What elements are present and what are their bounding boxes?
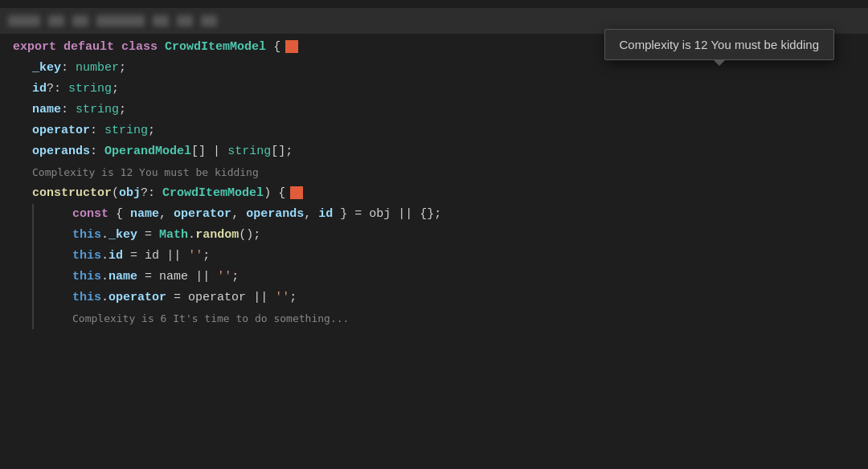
- toolbar-item-5: [153, 15, 169, 27]
- complexity-icon-2: [290, 186, 303, 199]
- kw-class: class: [121, 37, 158, 58]
- destr-id: id: [318, 204, 333, 225]
- code-area: export default class CrowdItemModel { _k…: [0, 37, 868, 329]
- prop-key: _key: [32, 58, 61, 79]
- prop-this-id: id: [108, 246, 123, 267]
- kw-this-1: this: [72, 225, 101, 246]
- type-number: number: [76, 58, 119, 79]
- code-line-5: operator: string;: [13, 120, 868, 141]
- kw-this-3: this: [72, 267, 101, 288]
- complexity-comment-1: Complexity is 12 You must be kidding: [13, 162, 868, 183]
- str-empty-2: '': [217, 267, 231, 288]
- prop-this-key: _key: [108, 225, 137, 246]
- kw-const: const: [72, 204, 108, 225]
- code-line-4: name: string;: [13, 100, 868, 120]
- prop-operands: operands: [32, 141, 90, 162]
- toolbar-item-6: [177, 15, 193, 27]
- param-obj: obj: [119, 183, 141, 204]
- complexity-icon-1: [285, 40, 298, 53]
- complexity-tooltip: Complexity is 12 You must be kidding: [604, 29, 834, 60]
- destr-operator: operator: [174, 204, 231, 225]
- complexity-comment-2: Complexity is 6 It's time to do somethin…: [32, 308, 868, 329]
- code-line-9: const { name, operator, operands, id } =…: [32, 204, 868, 225]
- kw-export: export: [13, 37, 56, 58]
- toolbar-item-1: [8, 15, 40, 27]
- kw-default: default: [63, 37, 114, 58]
- class-name: CrowdItemModel: [165, 37, 266, 58]
- prop-name: name: [32, 100, 61, 120]
- code-line-2: _key: number;: [13, 58, 868, 79]
- type-string-name: string: [76, 100, 119, 120]
- tooltip-text: Complexity is 12 You must be kidding: [620, 38, 819, 51]
- type-string-arr: string: [227, 141, 271, 162]
- toolbar-item-2: [48, 15, 64, 27]
- param-type: CrowdItemModel: [162, 183, 264, 204]
- destr-name: name: [130, 204, 159, 225]
- code-line-10: this._key = Math.random();: [32, 225, 868, 246]
- toolbar-item-4: [96, 15, 145, 27]
- prop-operator: operator: [32, 120, 90, 141]
- prop-this-name: name: [108, 267, 137, 288]
- code-line-3: id?: string;: [13, 79, 868, 100]
- complexity-warn-text-1: Complexity is 12 You must be kidding: [32, 162, 259, 183]
- code-line-11: this.id = id || '';: [32, 246, 868, 267]
- editor: Complexity is 12 You must be kidding exp…: [0, 0, 868, 469]
- complexity-warn-text-2: Complexity is 6 It's time to do somethin…: [72, 308, 349, 329]
- destr-operands: operands: [246, 204, 304, 225]
- toolbar-item-7: [201, 15, 217, 27]
- code-line-8: constructor(obj?: CrowdItemModel) {: [13, 183, 868, 204]
- code-line-13: this.operator = operator || '';: [32, 288, 868, 308]
- code-line-12: this.name = name || '';: [32, 267, 868, 288]
- str-empty-3: '': [275, 288, 289, 308]
- method-random: random: [195, 225, 239, 246]
- kw-this-2: this: [72, 246, 101, 267]
- kw-this-4: this: [72, 288, 101, 308]
- type-string-operator: string: [104, 120, 148, 141]
- type-operand: OperandModel: [104, 141, 191, 162]
- code-line-6: operands: OperandModel[] | string[];: [13, 141, 868, 162]
- punct-open-brace-1: {: [266, 37, 280, 58]
- type-string-id: string: [68, 79, 112, 100]
- prop-this-operator: operator: [108, 288, 166, 308]
- toolbar-item-3: [72, 15, 88, 27]
- math-obj: Math: [159, 225, 188, 246]
- prop-id: id: [32, 79, 47, 100]
- str-empty-1: '': [188, 246, 203, 267]
- kw-constructor: constructor: [32, 183, 112, 204]
